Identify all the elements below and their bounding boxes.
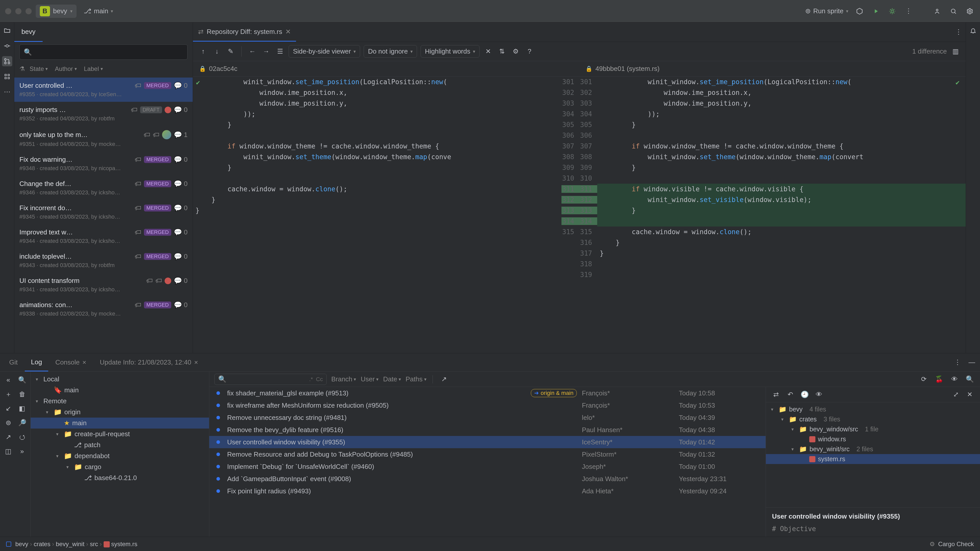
commit-row[interactable]: Remove Resource and add Debug to TaskPoo… [209, 448, 765, 460]
build-button[interactable] [854, 6, 865, 16]
tab-update-info[interactable]: Update Info: 21/08/2023, 12:40 ✕ [94, 353, 204, 372]
nav-forward-button[interactable]: → [261, 46, 271, 57]
pr-repo-tab[interactable]: bevy [14, 22, 43, 42]
show-details-button[interactable]: 👁 [950, 374, 959, 384]
pull-requests-tool-button[interactable] [2, 56, 12, 66]
diff-button[interactable]: ◧ [17, 403, 27, 413]
maximize-window[interactable] [25, 8, 32, 14]
prev-diff-button[interactable]: ↑ [198, 46, 208, 57]
tab-log[interactable]: Log [25, 353, 48, 372]
pr-item[interactable]: include toplevel… 🏷 MERGED 💬 0 #9343 · c… [14, 248, 192, 273]
preview-button[interactable]: 👁 [814, 389, 824, 400]
close-icon[interactable]: ✕ [285, 28, 291, 36]
refresh-log-button[interactable]: ⟳ [919, 374, 929, 384]
branch-patch[interactable]: ⎇patch [30, 440, 209, 451]
commit-row[interactable]: Remove the bevy_dylib feature (#9516) Pa… [209, 424, 765, 436]
project-selector[interactable]: B bevy ▾ [36, 5, 76, 18]
breadcrumb-segment[interactable]: src [90, 540, 98, 548]
branches-tree[interactable]: ▾Local 🔖main ▾Remote ▾📁origin ★main ▾📁cr… [30, 372, 209, 537]
run-configuration[interactable]: ⊚ Run sprite ▾ [805, 7, 849, 15]
diff-right[interactable]: winit_window.set_ime_position(LogicalPos… [597, 76, 966, 353]
pr-item[interactable]: animations: con… 🏷 MERGED 💬 0 #9338 · cr… [14, 297, 192, 321]
cherry-pick-toolbar-button[interactable]: ⊚ [3, 418, 14, 428]
pr-item[interactable]: Fix incorrent do… 🏷 MERGED 💬 0 #9345 · c… [14, 200, 192, 224]
push-button[interactable]: ↗ [3, 432, 14, 442]
highlight-combo[interactable]: Highlight words▾ [421, 45, 479, 58]
more-tool-button[interactable]: ⋯ [2, 87, 12, 97]
close-detail-button[interactable]: ✕ [965, 389, 975, 400]
edit-button[interactable]: ✎ [226, 46, 236, 57]
filter-user[interactable]: User▾ [361, 375, 379, 383]
tab-console[interactable]: Console ✕ [49, 353, 93, 372]
pr-item[interactable]: Improved text w… 🏷 MERGED 💬 0 #9344 · cr… [14, 224, 192, 248]
branch-selector[interactable]: ⎇ main ▾ [81, 6, 116, 17]
branch-local-main[interactable]: 🔖main [30, 385, 209, 395]
filter-paths[interactable]: Paths▾ [406, 375, 426, 383]
commits-list[interactable]: fix shader_material_glsl example (#9513)… [209, 387, 765, 537]
new-branch-button[interactable]: ＋ [3, 389, 14, 399]
breadcrumb-segment[interactable]: bevy [15, 540, 28, 548]
pr-item[interactable]: only take up to the m… 🏷 🏷 💬 1 #9351 · c… [14, 126, 192, 151]
project-tool-button[interactable] [2, 25, 12, 36]
commit-row[interactable]: Add `GamepadButtonInput` event (#9008) J… [209, 473, 765, 485]
remote-origin[interactable]: ▾📁origin [30, 407, 209, 418]
folder-cargo[interactable]: ▾📁cargo [30, 462, 209, 472]
collapse-tree-button[interactable]: « [3, 375, 14, 385]
branch-origin-main[interactable]: ★main [30, 418, 209, 429]
pr-item[interactable]: UI content transform 🏷 🏷 💬 0 #9341 · cre… [14, 273, 192, 297]
settings-button[interactable] [965, 6, 975, 16]
filter-state[interactable]: State▾ [27, 64, 50, 73]
nav-back-button[interactable]: ← [247, 46, 258, 57]
breadcrumb-segment[interactable]: bevy_winit [56, 540, 84, 548]
cherry-pick-button[interactable]: 🍒 [934, 374, 944, 384]
breadcrumb-segment[interactable]: system.rs [111, 540, 138, 548]
vcs-toolbar-button[interactable]: ◫ [3, 446, 14, 456]
file-system-rs[interactable]: system.rs [766, 454, 980, 464]
structure-tool-button[interactable] [2, 71, 12, 82]
search-branches-button[interactable]: 🔍 [17, 375, 27, 385]
code-with-me-button[interactable] [932, 6, 942, 16]
regex-toggle[interactable]: .* [309, 376, 313, 383]
fetch-button[interactable]: ↙ [3, 403, 14, 413]
commit-tool-button[interactable] [2, 41, 12, 51]
refresh-button[interactable]: ⭯ [17, 432, 27, 442]
pr-item[interactable]: rusty imports … 🏷 DRAFT 💬 0 #9352 · crea… [14, 102, 192, 126]
minimize-window[interactable] [15, 8, 21, 14]
pr-list[interactable]: User controlled … 🏷 MERGED 💬 0 #9355 · c… [14, 78, 192, 353]
close-window[interactable] [5, 8, 11, 14]
commit-row[interactable]: Implement `Debug` for `UnsafeWorldCell` … [209, 460, 765, 473]
gear-icon[interactable]: ⚙ [929, 540, 935, 548]
layout-button[interactable]: ▥ [950, 46, 961, 57]
viewer-mode-combo[interactable]: Side-by-side viewer▾ [289, 45, 360, 58]
panel-minimize-button[interactable]: — [967, 357, 977, 368]
status-square-icon[interactable] [6, 541, 11, 547]
editor-more-button[interactable]: ⋮ [956, 27, 966, 37]
revert-button[interactable]: ↶ [785, 389, 795, 400]
go-to-hash-button[interactable]: 🔍 [965, 374, 975, 384]
filter-date[interactable]: Date▾ [383, 375, 401, 383]
close-icon[interactable]: ✕ [194, 359, 198, 365]
filter-label[interactable]: Label▾ [81, 64, 105, 73]
run-button[interactable] [871, 6, 881, 16]
editor-tab-diff[interactable]: ⇄ Repository Diff: system.rs ✕ [193, 22, 296, 41]
folder-create-pr[interactable]: ▾📁create-pull-request [30, 429, 209, 440]
more-actions-button[interactable]: ⋮ [904, 6, 914, 16]
search-everywhere-button[interactable] [948, 6, 959, 16]
commit-row[interactable]: fix shader_material_glsl example (#9513)… [209, 387, 765, 399]
commit-row[interactable]: Remove unnecessary doc string (#9481) le… [209, 411, 765, 424]
pr-item[interactable]: Fix doc warning… 🏷 MERGED 💬 0 #9348 · cr… [14, 151, 192, 176]
delete-branch-button[interactable]: 🗑 [17, 389, 27, 399]
history-button[interactable]: 🕘 [800, 389, 810, 400]
list-button[interactable]: ☰ [275, 46, 285, 57]
folder-dependabot[interactable]: ▾📁dependabot [30, 451, 209, 462]
breadcrumb[interactable]: bevy › crates › bevy_winit › src › syste… [15, 540, 137, 548]
pr-search-input[interactable]: 🔍 [19, 44, 188, 60]
diff-left[interactable]: winit_window.set_ime_position(LogicalPos… [193, 76, 562, 353]
whitespace-combo[interactable]: Do not ignore▾ [364, 45, 417, 58]
filter-author[interactable]: Author▾ [52, 64, 80, 73]
debug-button[interactable] [887, 6, 897, 16]
panel-options-button[interactable]: ⋮ [953, 357, 963, 368]
next-diff-button[interactable]: ↓ [212, 46, 222, 57]
breadcrumb-segment[interactable]: crates [34, 540, 50, 548]
changed-files-tree[interactable]: ▾📁bevy 4 files ▾📁crates 3 files ▾📁bevy_w… [766, 402, 980, 507]
